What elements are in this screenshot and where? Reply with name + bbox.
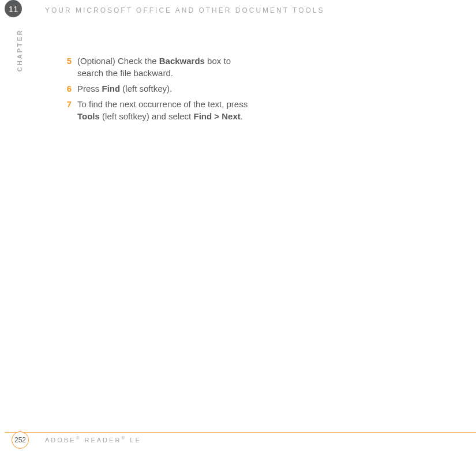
- chapter-number-badge: 11: [5, 0, 22, 17]
- step-number: 6: [62, 82, 77, 95]
- step-text: Press Find (left softkey).: [77, 82, 172, 95]
- step-text: (Optional) Check the Backwards box to se…: [77, 55, 253, 79]
- step-text: To find the next occurrence of the text,…: [77, 98, 253, 122]
- step-number: 5: [62, 55, 77, 79]
- step-item: 6Press Find (left softkey).: [62, 82, 253, 95]
- chapter-title: YOUR MICROSOFT OFFICE AND OTHER DOCUMENT…: [45, 6, 324, 14]
- chapter-number: 11: [9, 4, 18, 14]
- chapter-label: CHAPTER: [16, 29, 23, 72]
- page-number-badge: 252: [12, 431, 29, 449]
- footer-text: ADOBE® READER® LE: [45, 435, 141, 444]
- page-number: 252: [14, 436, 26, 444]
- steps-content: 5(Optional) Check the Backwards box to s…: [62, 55, 253, 126]
- step-number: 7: [62, 98, 77, 122]
- step-item: 7To find the next occurrence of the text…: [62, 98, 253, 122]
- footer-divider: [5, 432, 476, 433]
- step-item: 5(Optional) Check the Backwards box to s…: [62, 55, 253, 79]
